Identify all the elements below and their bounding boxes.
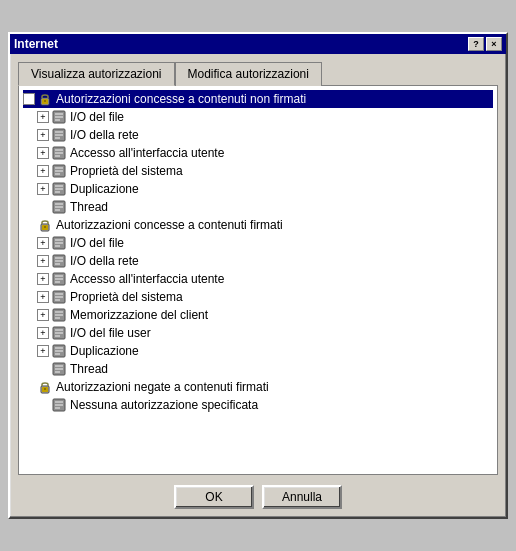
expand-button[interactable]: + — [37, 147, 49, 159]
doc-icon — [51, 127, 67, 143]
expand-button[interactable]: + — [37, 237, 49, 249]
tree-item[interactable]: + I/O della rete — [23, 252, 493, 270]
tree-item[interactable]: + Accesso all'interfaccia utente — [23, 144, 493, 162]
tree-view[interactable]: + Autorizzazioni concesse a contenuti no… — [18, 85, 498, 475]
tree-item[interactable]: + Duplicazione — [23, 342, 493, 360]
svg-rect-55 — [55, 347, 63, 349]
cancel-button[interactable]: Annulla — [262, 485, 342, 509]
svg-rect-32 — [55, 242, 63, 244]
svg-rect-12 — [55, 149, 63, 151]
svg-rect-31 — [55, 239, 63, 241]
svg-rect-45 — [55, 299, 60, 301]
tree-item[interactable]: + I/O del file — [23, 234, 493, 252]
ok-button[interactable]: OK — [174, 485, 254, 509]
title-bar: Internet ? × — [10, 34, 506, 54]
expand-button[interactable]: + — [37, 273, 49, 285]
tab-modify[interactable]: Modifica autorizzazioni — [175, 62, 322, 86]
item-label: Duplicazione — [70, 181, 139, 197]
svg-rect-5 — [55, 116, 63, 118]
tree-item[interactable]: + I/O del file — [23, 108, 493, 126]
item-label: Proprietà del sistema — [70, 163, 183, 179]
item-label: I/O della rete — [70, 253, 139, 269]
doc-icon — [51, 271, 67, 287]
item-label: I/O del file — [70, 109, 124, 125]
svg-rect-10 — [55, 137, 60, 139]
expand-button[interactable]: + — [37, 309, 49, 321]
help-button[interactable]: ? — [468, 37, 484, 51]
expand-button[interactable]: + — [37, 183, 49, 195]
item-label: Memorizzazione del client — [70, 307, 208, 323]
tree-item[interactable]: + I/O della rete — [23, 126, 493, 144]
tree-item[interactable]: + I/O del file user — [23, 324, 493, 342]
expand-button[interactable]: + — [37, 111, 49, 123]
window-title: Internet — [14, 37, 58, 51]
svg-rect-33 — [55, 245, 60, 247]
tree-item[interactable]: + Memorizzazione del client — [23, 306, 493, 324]
item-label: Thread — [70, 199, 108, 215]
svg-rect-57 — [55, 353, 60, 355]
buttons-row: OK Annulla — [18, 485, 498, 509]
tabs-container: Visualizza autorizzazioni Modifica autor… — [18, 62, 498, 86]
expand-button[interactable]: + — [37, 345, 49, 357]
tree-item[interactable]: + Autorizzazioni concesse a contenuti no… — [23, 90, 493, 108]
svg-rect-47 — [55, 311, 63, 313]
item-label: Accesso all'interfaccia utente — [70, 271, 224, 287]
svg-rect-8 — [55, 131, 63, 133]
lock-icon — [37, 91, 53, 107]
doc-icon — [51, 253, 67, 269]
svg-rect-14 — [55, 155, 60, 157]
tree-item[interactable]: Autorizzazioni concesse a contenuti firm… — [23, 216, 493, 234]
doc-icon — [51, 109, 67, 125]
main-window: Internet ? × Visualizza autorizzazioni M… — [8, 32, 508, 519]
window-content: Visualizza autorizzazioni Modifica autor… — [10, 54, 506, 517]
svg-rect-61 — [55, 371, 60, 373]
lock-icon — [37, 217, 53, 233]
close-button[interactable]: × — [486, 37, 502, 51]
expand-button[interactable]: + — [37, 165, 49, 177]
expand-button[interactable]: + — [37, 327, 49, 339]
item-label: Proprietà del sistema — [70, 289, 183, 305]
svg-rect-36 — [55, 260, 63, 262]
svg-rect-17 — [55, 170, 63, 172]
doc-icon — [51, 199, 67, 215]
svg-rect-43 — [55, 293, 63, 295]
expand-button[interactable]: + — [23, 93, 35, 105]
doc-icon — [51, 235, 67, 251]
expand-button[interactable]: + — [37, 291, 49, 303]
svg-rect-4 — [55, 113, 63, 115]
tree-item[interactable]: Autorizzazioni negate a contenuti firmat… — [23, 378, 493, 396]
tab-view[interactable]: Visualizza autorizzazioni — [18, 62, 175, 86]
item-label: Autorizzazioni concesse a contenuti firm… — [56, 217, 283, 233]
tree-item[interactable]: Nessuna autorizzazione specificata — [23, 396, 493, 414]
title-bar-text: Internet — [14, 37, 58, 51]
svg-point-64 — [44, 388, 46, 390]
svg-rect-68 — [55, 407, 60, 409]
doc-icon — [51, 163, 67, 179]
svg-rect-18 — [55, 173, 60, 175]
tree-item[interactable]: + Duplicazione — [23, 180, 493, 198]
svg-rect-26 — [55, 209, 60, 211]
svg-rect-41 — [55, 281, 60, 283]
item-label: Thread — [70, 361, 108, 377]
svg-rect-21 — [55, 188, 63, 190]
svg-rect-48 — [55, 314, 63, 316]
item-label: Autorizzazioni negate a contenuti firmat… — [56, 379, 269, 395]
svg-rect-25 — [55, 206, 63, 208]
tree-item[interactable]: Thread — [23, 198, 493, 216]
svg-rect-52 — [55, 332, 63, 334]
svg-rect-35 — [55, 257, 63, 259]
svg-rect-51 — [55, 329, 63, 331]
item-label: I/O della rete — [70, 127, 139, 143]
tree-item[interactable]: + Proprietà del sistema — [23, 162, 493, 180]
doc-icon — [51, 307, 67, 323]
svg-rect-67 — [55, 404, 63, 406]
title-bar-controls: ? × — [468, 37, 502, 51]
expand-button[interactable]: + — [37, 255, 49, 267]
item-label: I/O del file user — [70, 325, 151, 341]
svg-rect-24 — [55, 203, 63, 205]
tree-item[interactable]: + Accesso all'interfaccia utente — [23, 270, 493, 288]
doc-icon — [51, 343, 67, 359]
expand-button[interactable]: + — [37, 129, 49, 141]
tree-item[interactable]: + Proprietà del sistema — [23, 288, 493, 306]
tree-item[interactable]: Thread — [23, 360, 493, 378]
